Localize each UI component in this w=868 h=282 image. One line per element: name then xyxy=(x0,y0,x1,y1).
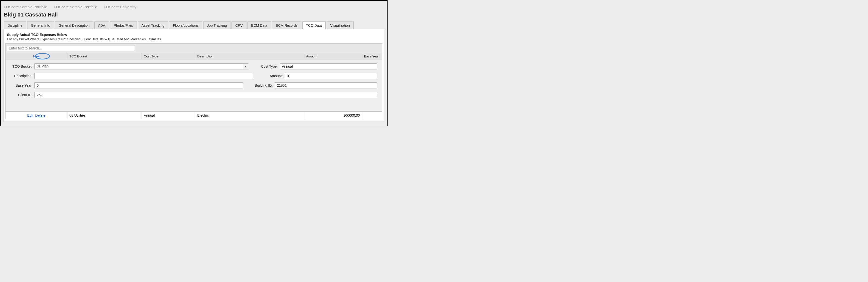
tab-photos-files[interactable]: Photos/Files xyxy=(110,22,137,29)
search-input[interactable] xyxy=(7,45,135,51)
table-row: Edit Delete 08 Utilities Annual Electric… xyxy=(5,112,382,119)
delete-link[interactable]: Delete xyxy=(35,114,45,117)
client-id-input[interactable] xyxy=(34,92,377,98)
breadcrumb: FOScore Sample Portfolio FOScore Sample … xyxy=(3,3,384,10)
tab-visualization[interactable]: Visualization xyxy=(327,22,353,29)
col-header-cost-type[interactable]: Cost Type xyxy=(142,53,195,60)
row-amount: 100000.00 xyxy=(304,112,362,119)
grid-header-cmd: New xyxy=(5,53,67,60)
tab-crv[interactable]: CRV xyxy=(231,22,246,29)
breadcrumb-item[interactable]: FOScore Sample Portfolio xyxy=(4,5,47,9)
tab-ada[interactable]: ADA xyxy=(94,22,109,29)
tab-asset-tracking[interactable]: Asset Tracking xyxy=(138,22,168,29)
data-grid: New TCO Bucket Cost Type Description Amo… xyxy=(5,43,382,119)
amount-input[interactable] xyxy=(285,73,377,79)
tco-bucket-dropdown[interactable]: 01 Plan ▾ xyxy=(34,63,248,69)
cost-type-label: Cost Type: xyxy=(256,64,280,68)
breadcrumb-item[interactable]: FOScore Sample Portfolio xyxy=(54,5,97,9)
base-year-input[interactable] xyxy=(34,83,243,88)
tab-discipline[interactable]: Discipline xyxy=(4,22,26,29)
breadcrumb-item[interactable]: FOScore University xyxy=(104,5,136,9)
section-title: Supply Actual TCO Expenses Below xyxy=(7,33,380,37)
row-description: Electric xyxy=(195,112,304,119)
description-input[interactable] xyxy=(34,73,253,79)
row-cost-type: Annual xyxy=(142,112,195,119)
col-header-tco-bucket[interactable]: TCO Bucket xyxy=(67,53,142,60)
cost-type-input[interactable] xyxy=(280,63,377,69)
col-header-amount[interactable]: Amount xyxy=(304,53,362,60)
tab-bar: Discipline General Info General Descript… xyxy=(3,22,384,29)
tab-general-info[interactable]: General Info xyxy=(27,22,54,29)
col-header-base-year[interactable]: Base Year xyxy=(362,53,382,60)
amount-label: Amount: xyxy=(261,74,285,78)
row-tco-bucket: 08 Utilities xyxy=(67,112,142,119)
client-id-label: Client ID: xyxy=(10,93,34,97)
grid-header-row: New TCO Bucket Cost Type Description Amo… xyxy=(5,53,382,60)
grid-toolbar xyxy=(5,44,382,53)
tab-general-description[interactable]: General Description xyxy=(55,22,93,29)
building-id-label: Building ID: xyxy=(251,84,275,87)
section-subtitle: For Any Bucket Where Expenses Are Not Sp… xyxy=(7,37,380,41)
tab-tco-data[interactable]: TCO Data xyxy=(302,22,326,29)
row-cmd-cell: Edit Delete xyxy=(5,112,67,119)
tco-bucket-value: 01 Plan xyxy=(34,63,243,69)
building-id-input[interactable] xyxy=(275,83,377,88)
base-year-label: Base Year: xyxy=(10,84,34,87)
tab-job-tracking[interactable]: Job Tracking xyxy=(203,22,230,29)
inline-edit-form: TCO Bucket: 01 Plan ▾ Cost Type: Descrip… xyxy=(5,60,382,112)
col-header-description[interactable]: Description xyxy=(195,53,304,60)
tab-ecm-records[interactable]: ECM Records xyxy=(272,22,301,29)
description-label: Description: xyxy=(10,74,34,78)
tab-content: Supply Actual TCO Expenses Below For Any… xyxy=(3,29,384,121)
row-base-year xyxy=(362,112,382,119)
edit-link[interactable]: Edit xyxy=(27,114,33,117)
tab-ecm-data[interactable]: ECM Data xyxy=(247,22,271,29)
chevron-down-icon[interactable]: ▾ xyxy=(243,63,248,69)
app-window: FOScore Sample Portfolio FOScore Sample … xyxy=(0,0,388,126)
tco-bucket-label: TCO Bucket: xyxy=(10,64,34,68)
new-record-button[interactable]: New xyxy=(33,55,39,58)
tab-floors-locations[interactable]: Floors/Locations xyxy=(169,22,202,29)
page-title: Bldg 01 Cassata Hall xyxy=(3,10,384,22)
section-header: Supply Actual TCO Expenses Below For Any… xyxy=(3,33,384,43)
